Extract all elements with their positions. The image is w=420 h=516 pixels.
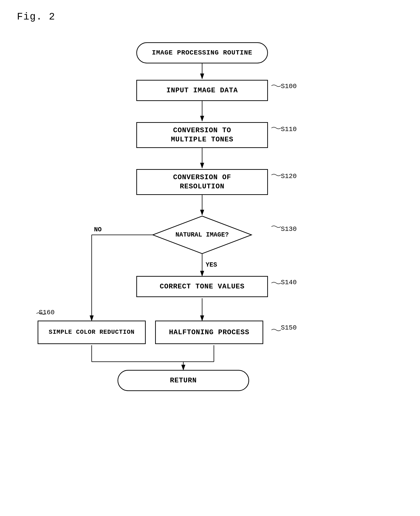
step-label-s150: S150: [281, 324, 297, 332]
node-s110: CONVERSION TO MULTIPLE TONES: [136, 122, 268, 148]
node-s100: INPUT IMAGE DATA: [136, 80, 268, 101]
node-s160: SIMPLE COLOR REDUCTION: [38, 321, 146, 344]
node-s140: CORRECT TONE VALUES: [136, 276, 268, 297]
step-label-s120: S120: [281, 173, 297, 180]
svg-text:NATURAL IMAGE?: NATURAL IMAGE?: [176, 231, 229, 238]
figure-title: Fig. 2: [17, 11, 55, 22]
step-label-s110: S110: [281, 126, 297, 133]
step-label-s160: S160: [39, 309, 54, 316]
node-end: RETURN: [118, 370, 249, 391]
step-label-s140: S140: [281, 279, 297, 286]
flowchart: NATURAL IMAGE? YES NO: [0, 28, 420, 512]
node-start: IMAGE PROCESSING ROUTINE: [136, 42, 268, 63]
node-s150: HALFTONING PROCESS: [155, 321, 263, 344]
svg-text:YES: YES: [206, 261, 217, 268]
step-label-s100: S100: [281, 83, 297, 90]
node-s120: CONVERSION OF RESOLUTION: [136, 169, 268, 195]
svg-text:NO: NO: [94, 226, 102, 233]
svg-marker-5: [153, 216, 251, 254]
step-label-s130: S130: [281, 225, 297, 233]
